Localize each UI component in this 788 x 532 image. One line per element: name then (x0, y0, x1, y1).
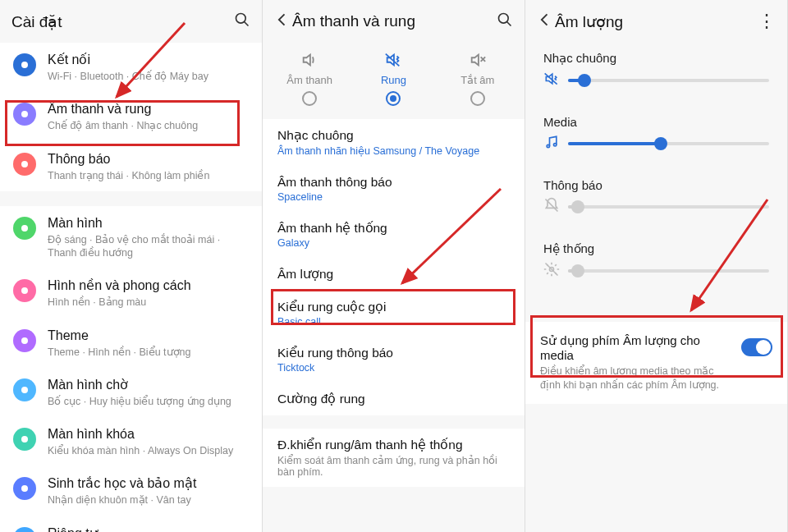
slider-track[interactable] (568, 269, 769, 273)
volume-panel: Âm lượng ⋮ Nhạc chuôngMediaThông báoHệ t… (525, 0, 788, 532)
settings-item[interactable]: Kết nốiWi-Fi · Bluetooth · Chế độ Máy ba… (0, 43, 262, 92)
music-icon (543, 134, 560, 154)
item-label: Thông báo (48, 151, 249, 167)
svg-point-8 (21, 387, 28, 393)
sound-setting-row[interactable]: Âm lượng (263, 258, 525, 291)
sound-mode-sound-on[interactable]: Âm thanh (268, 51, 351, 106)
item-label: Kết nối (48, 52, 249, 68)
volume-slider[interactable] (543, 69, 769, 92)
row-label: Nhạc chuông (277, 128, 510, 143)
settings-item[interactable]: Màn hình chờBố cục · Huy hiệu biểu tượng… (0, 368, 262, 417)
item-label: Sinh trắc học và bảo mật (48, 475, 249, 492)
svg-line-1 (245, 21, 249, 25)
header: Âm thanh và rung (263, 0, 525, 43)
back-icon[interactable] (537, 11, 555, 32)
row-label: Âm thanh thông báo (277, 175, 510, 190)
row-label: Âm lượng (277, 267, 510, 282)
item-sub: Độ sáng · Bảo vệ cho mắt thoải mái · Tha… (48, 233, 249, 260)
bell-off-icon (543, 197, 560, 217)
radio-icon (302, 91, 317, 106)
volume-slider[interactable] (543, 195, 769, 218)
settings-item[interactable]: Riêng tư (0, 516, 262, 533)
svg-point-10 (21, 485, 28, 492)
settings-item[interactable]: ThemeTheme · Hình nền · Biểu tượng (0, 319, 262, 368)
lock-icon (13, 428, 36, 451)
wifi-icon (13, 53, 36, 76)
sound-setting-row[interactable]: Nhạc chuôngÂm thanh nhãn hiệu Samsung / … (263, 119, 525, 166)
home-icon (13, 378, 36, 401)
volume-label: Media (543, 115, 769, 129)
mode-label: Tắt âm (460, 74, 494, 86)
display-icon (13, 217, 36, 240)
svg-point-20 (547, 144, 549, 147)
sound-settings-list: Nhạc chuôngÂm thanh nhãn hiệu Samsung / … (263, 119, 525, 487)
radio-icon (386, 91, 401, 106)
sound-mode-selector: Âm thanhRungTắt âm (263, 43, 525, 119)
volume-slider[interactable] (543, 259, 769, 282)
item-sub: Kiểu khóa màn hình · Always On Display (48, 444, 249, 457)
settings-list: Kết nốiWi-Fi · Bluetooth · Chế độ Máy ba… (0, 43, 262, 532)
item-label: Âm thanh và rung (48, 101, 249, 117)
volume-media-toggle-row[interactable]: Sử dụng phím Âm lượng cho media Điều khi… (525, 322, 787, 404)
mute-icon (469, 51, 487, 69)
sound-setting-row[interactable]: Đ.khiển rung/âm thanh hệ thốngKiểm soát … (263, 429, 525, 487)
volume-slider[interactable] (543, 132, 769, 155)
mode-label: Rung (381, 74, 406, 86)
toggle-sub: Điều khiển âm lượng media theo mặc định … (540, 365, 731, 392)
svg-point-13 (499, 13, 509, 23)
row-sub: Ticktock (277, 362, 510, 374)
back-icon[interactable] (274, 11, 292, 32)
slider-track[interactable] (568, 205, 769, 209)
settings-item[interactable]: Sinh trắc học và bảo mậtNhận diện khuôn … (0, 466, 262, 516)
item-label: Hình nền và phong cách (48, 277, 249, 294)
priv-icon (13, 527, 36, 533)
mode-label: Âm thanh (286, 74, 332, 86)
sound-setting-row[interactable]: Âm thanh hệ thốngGalaxy (263, 212, 525, 258)
row-label: Đ.khiển rung/âm thanh hệ thống (277, 438, 510, 452)
row-sub: Galaxy (277, 237, 510, 249)
volume-group: Thông báo (525, 178, 787, 218)
item-sub: Bố cục · Huy hiệu biểu tượng ứng dụng (48, 395, 249, 408)
volume-group: Nhạc chuông (525, 51, 787, 92)
sound-setting-row[interactable]: Kiểu rung thông báoTicktock (263, 337, 525, 383)
more-icon[interactable]: ⋮ (756, 11, 776, 32)
settings-item[interactable]: Màn hình khóaKiểu khóa màn hình · Always… (0, 417, 262, 466)
sound-mode-vibrate[interactable]: Rung (351, 51, 435, 106)
page-title: Cài đặt (11, 12, 231, 31)
notif-icon (13, 153, 36, 176)
svg-point-6 (21, 287, 28, 294)
search-icon[interactable] (493, 11, 513, 32)
search-icon[interactable] (231, 11, 250, 32)
theme-icon (13, 329, 36, 352)
item-sub: Nhận diện khuôn mặt · Vân tay (48, 493, 249, 507)
sound-mode-mute[interactable]: Tắt âm (436, 51, 520, 106)
sound-setting-row[interactable]: Âm thanh thông báoSpaceline (263, 166, 525, 212)
row-label: Kiểu rung thông báo (277, 346, 510, 360)
toggle-switch[interactable] (741, 338, 772, 356)
settings-item[interactable]: Hình nền và phong cáchHình nền · Bảng mà… (0, 268, 262, 318)
settings-item[interactable]: Màn hìnhĐộ sáng · Bảo vệ cho mắt thoải m… (0, 206, 262, 269)
settings-item[interactable]: Thông báoThanh trạng thái · Không làm ph… (0, 142, 262, 191)
slider-track[interactable] (568, 142, 769, 145)
sound-icon (13, 103, 36, 126)
wall-icon (13, 279, 36, 302)
header: Cài đặt (0, 0, 262, 43)
item-label: Theme (48, 328, 249, 344)
sound-vibration-panel: Âm thanh và rung Âm thanhRungTắt âm Nhạc… (263, 0, 525, 532)
sound-setting-row[interactable]: Cường độ rung (263, 383, 525, 415)
item-label: Màn hình khóa (48, 426, 249, 443)
row-label: Âm thanh hệ thống (277, 221, 510, 236)
row-sub: Âm thanh nhãn hiệu Samsung / The Voyage (277, 144, 510, 157)
item-sub: Thanh trạng thái · Không làm phiền (48, 169, 249, 182)
sound-setting-row[interactable]: Kiểu rung cuộc gọiBasic call (263, 291, 525, 337)
item-label: Màn hình (48, 215, 249, 232)
row-sub: Kiểm soát âm thanh cảm ứng, rung và phản… (277, 454, 510, 478)
vibrate-icon (384, 51, 402, 69)
svg-point-2 (21, 62, 28, 68)
slider-track[interactable] (568, 79, 769, 82)
item-sub: Wi-Fi · Bluetooth · Chế độ Máy bay (48, 70, 249, 83)
svg-point-9 (21, 436, 28, 443)
settings-item[interactable]: Âm thanh và rungChế độ âm thanh · Nhạc c… (0, 92, 262, 141)
row-sub: Basic call (277, 316, 510, 328)
volume-label: Hệ thống (543, 241, 769, 256)
